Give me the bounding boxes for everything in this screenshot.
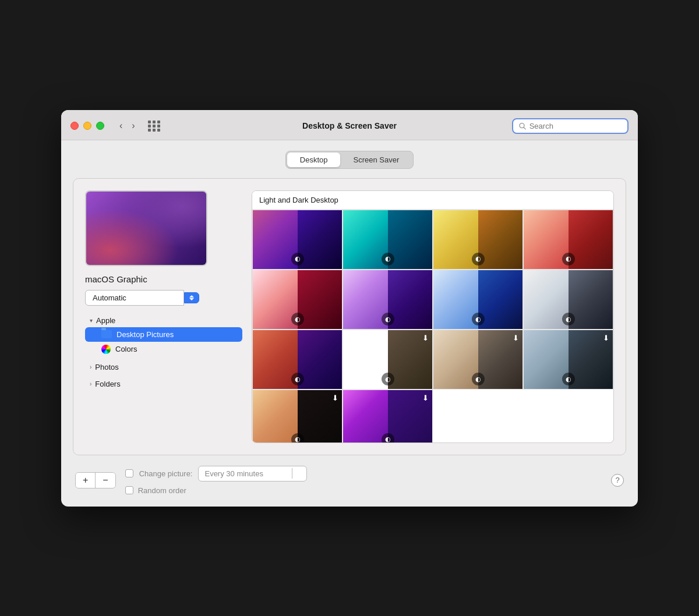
sidebar-header-apple[interactable]: ▾ Apple — [85, 314, 242, 327]
random-order-row: Random order — [125, 486, 602, 495]
bottom-controls: + − Change picture: Every 30 minutes — [73, 465, 626, 495]
change-picture-controls: Change picture: Every 30 minutes Random … — [125, 466, 602, 495]
wallpaper-thumb[interactable]: ◐ — [523, 210, 613, 270]
folder-icon — [101, 330, 112, 338]
search-icon — [519, 122, 526, 130]
sidebar-photos-label: Photos — [95, 363, 118, 371]
grid-dot — [153, 125, 156, 128]
add-button[interactable]: + — [76, 473, 96, 488]
chevron-right-icon: › — [90, 364, 91, 370]
grid-section-header: Light and Dark Desktop — [252, 191, 613, 210]
grid-dot — [157, 125, 160, 128]
grid-dot — [157, 129, 160, 132]
search-input[interactable] — [529, 122, 622, 130]
wallpaper-thumb[interactable]: ◐ — [252, 210, 343, 270]
left-panel: macOS Graphic Automatic — [85, 190, 242, 443]
arrow-down-icon — [297, 474, 302, 476]
arrow-down-icon — [189, 298, 194, 300]
traffic-lights — [70, 122, 104, 130]
light-dark-icon: ◐ — [562, 253, 575, 265]
sidebar: ▾ Apple Desktop Pictures Colors — [85, 314, 242, 393]
wallpaper-preview — [85, 190, 207, 266]
appearance-select[interactable]: Automatic — [85, 290, 184, 306]
wallpaper-thumb[interactable]: ◐ — [523, 270, 613, 330]
forward-button[interactable]: › — [128, 119, 138, 132]
light-dark-icon: ◐ — [382, 253, 394, 265]
maximize-button[interactable] — [96, 122, 104, 130]
light-dark-icon: ◐ — [382, 373, 394, 385]
sidebar-folders-label: Folders — [95, 380, 120, 388]
sidebar-desktop-pictures-label: Desktop Pictures — [116, 330, 174, 339]
appearance-dropdown-row: Automatic — [85, 290, 242, 306]
wallpaper-thumb[interactable]: ◐ — [343, 270, 433, 330]
sidebar-colors-label: Colors — [115, 345, 137, 353]
sidebar-item-desktop-pictures[interactable]: Desktop Pictures — [85, 327, 242, 342]
nav-buttons: ‹ › — [116, 119, 139, 132]
preview-gradient — [86, 192, 206, 265]
arrow-up-icon — [297, 470, 302, 473]
light-dark-icon: ◐ — [472, 313, 485, 325]
wallpaper-thumb[interactable]: ⬇ ◐ — [343, 330, 433, 390]
interval-arrows[interactable] — [292, 468, 306, 479]
change-picture-label: Change picture: — [139, 469, 193, 478]
remove-button[interactable]: − — [96, 473, 115, 488]
light-dark-icon: ◐ — [472, 253, 485, 265]
wallpaper-thumb[interactable]: ⬇ ◐ — [252, 390, 343, 442]
svg-line-1 — [524, 127, 525, 129]
wallpaper-name: macOS Graphic — [85, 274, 242, 284]
titlebar: ‹ › Desktop & Screen Saver — [61, 110, 638, 140]
download-icon: ⬇ — [603, 334, 609, 342]
change-picture-checkbox[interactable] — [125, 469, 133, 477]
light-dark-icon: ◐ — [291, 313, 304, 325]
wallpaper-thumb[interactable]: ⬇ ◐ — [523, 330, 613, 390]
light-dark-icon: ◐ — [291, 253, 304, 265]
wallpaper-thumb[interactable]: ◐ — [252, 270, 343, 330]
light-dark-icon: ◐ — [562, 313, 575, 325]
content-area: Desktop Screen Saver macOS Graphic Autom… — [61, 140, 638, 507]
light-dark-icon: ◐ — [472, 373, 485, 385]
sidebar-section-folders: › Folders — [85, 377, 242, 391]
sidebar-header-folders[interactable]: › Folders — [85, 377, 242, 391]
wallpaper-thumb[interactable]: ◐ — [433, 210, 523, 270]
chevron-down-icon: ▾ — [90, 317, 93, 324]
main-section: macOS Graphic Automatic — [73, 178, 626, 455]
tab-desktop[interactable]: Desktop — [287, 153, 341, 167]
download-icon: ⬇ — [422, 334, 429, 342]
wallpaper-info: macOS Graphic Automatic — [85, 274, 242, 306]
app-grid-icon[interactable] — [148, 121, 161, 132]
download-icon: ⬇ — [422, 394, 429, 402]
tabs-container: Desktop Screen Saver — [285, 151, 414, 169]
appearance-arrows[interactable] — [184, 292, 199, 303]
change-picture-row: Change picture: Every 30 minutes — [125, 466, 602, 482]
search-box[interactable] — [512, 118, 629, 134]
window-title: Desktop & Screen Saver — [302, 121, 397, 130]
grid-scroll-area[interactable]: ◐ ◐ — [252, 210, 613, 442]
interval-select[interactable]: Every 30 minutes — [199, 466, 292, 481]
download-icon: ⬇ — [332, 394, 338, 402]
help-button[interactable]: ? — [611, 474, 624, 487]
colors-ball-icon — [101, 345, 111, 354]
download-icon: ⬇ — [513, 334, 519, 342]
light-dark-icon: ◐ — [562, 373, 575, 385]
sidebar-header-photos[interactable]: › Photos — [85, 360, 242, 374]
close-button[interactable] — [70, 122, 79, 130]
app-window: ‹ › Desktop & Screen Saver D — [61, 110, 638, 507]
wallpaper-thumb[interactable]: ◐ — [343, 210, 433, 270]
wallpaper-thumb[interactable]: ⬇ ◐ — [433, 330, 523, 390]
light-dark-icon: ◐ — [382, 313, 394, 325]
chevron-right-icon2: › — [90, 381, 91, 387]
back-button[interactable]: ‹ — [116, 119, 126, 132]
light-dark-icon: ◐ — [382, 433, 394, 442]
minimize-button[interactable] — [83, 122, 91, 130]
wallpaper-thumb[interactable]: ◐ — [252, 330, 343, 390]
sidebar-apple-label: Apple — [96, 316, 115, 325]
wallpaper-thumb[interactable]: ⬇ ◐ — [343, 390, 433, 442]
tab-screensaver[interactable]: Screen Saver — [340, 153, 412, 167]
add-remove-buttons: + − — [75, 472, 116, 488]
light-dark-icon: ◐ — [291, 373, 304, 385]
random-order-checkbox[interactable] — [125, 486, 133, 494]
grid-dot — [148, 129, 151, 132]
sidebar-item-colors[interactable]: Colors — [85, 342, 242, 357]
interval-select-wrap: Every 30 minutes — [198, 466, 307, 482]
wallpaper-thumb[interactable]: ◐ — [433, 270, 523, 330]
